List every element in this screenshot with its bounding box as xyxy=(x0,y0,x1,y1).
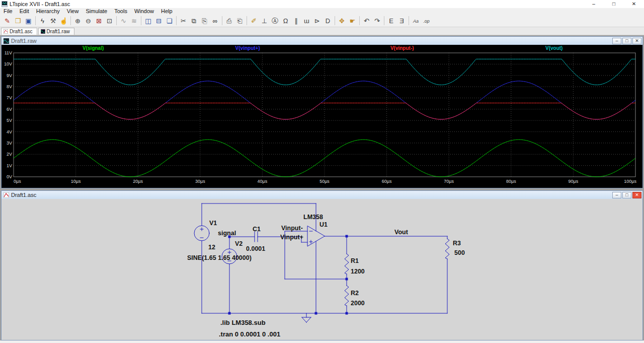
app-minimize-button[interactable]: – xyxy=(584,0,604,8)
resistor-icon[interactable]: Ω xyxy=(280,16,291,26)
v1-value-label[interactable]: 12 xyxy=(208,244,215,251)
y-axis-tick: 2V xyxy=(7,152,12,157)
r3-resistor[interactable] xyxy=(445,239,449,259)
schem-restore-button[interactable]: □ xyxy=(622,192,631,198)
menu-tools[interactable]: Tools xyxy=(111,8,131,15)
app-titlebar[interactable]: LTspice XVII - Draft1.asc – □ ✕ xyxy=(0,0,644,8)
net-label-vout[interactable]: Vout xyxy=(394,229,409,236)
trace-V(vout)[interactable] xyxy=(14,59,635,85)
save-icon[interactable]: ▣ xyxy=(23,16,34,26)
ground-icon[interactable]: ⊥ xyxy=(259,16,270,26)
net-label-signal[interactable]: signal xyxy=(218,230,236,237)
print-preview-icon[interactable]: ⎗ xyxy=(234,16,245,26)
zoom-in-icon[interactable]: ⊕ xyxy=(72,16,83,26)
undo-icon[interactable]: ↶ xyxy=(361,16,372,26)
waveform-window-titlebar[interactable]: Draft1.raw – □ ✕ xyxy=(2,37,642,45)
y-axis-tick: 11V xyxy=(5,50,12,55)
wave-restore-button[interactable]: □ xyxy=(622,38,631,44)
tile-vertical-icon[interactable]: ◫ xyxy=(143,16,153,26)
run-icon[interactable]: ϟ xyxy=(37,16,48,26)
open-icon[interactable]: ❒ xyxy=(13,16,23,26)
find-icon[interactable]: ∞ xyxy=(210,16,220,26)
v2-ref-label[interactable]: V2 xyxy=(235,240,243,247)
r2-ref-label[interactable]: R2 xyxy=(351,290,359,297)
menu-file[interactable]: File xyxy=(0,8,16,15)
plot-settings-icon[interactable]: ≋ xyxy=(129,16,139,26)
move-icon[interactable]: ✥ xyxy=(337,16,347,26)
r2-value-label[interactable]: 2000 xyxy=(351,300,365,307)
text-icon[interactable]: Aa xyxy=(411,16,421,26)
waveform-plot-pane[interactable]: V(signal)V(vinput+)V(vinput-)V(vout) 11V… xyxy=(2,45,642,188)
x-axis-tick: 50µs xyxy=(319,179,330,184)
cut-icon[interactable]: ✂ xyxy=(178,16,189,26)
wire-icon[interactable]: ✐ xyxy=(249,16,259,26)
c1-ref-label[interactable]: C1 xyxy=(253,226,261,233)
diode-icon[interactable]: ⊳ xyxy=(312,16,323,26)
waveform-plot[interactable]: 11V10V9V8V7V6V5V4V3V2V1V0V0µs10µs20µs30µ… xyxy=(2,45,642,188)
print-icon[interactable]: ⎙ xyxy=(224,16,234,26)
tab-draft1-asc[interactable]: Draft1.asc xyxy=(1,28,37,35)
schem-close-button[interactable]: ✕ xyxy=(632,192,641,198)
component-icon[interactable]: D xyxy=(323,16,333,26)
c1-value-label[interactable]: 0.0001 xyxy=(246,245,265,252)
wave-minimize-button[interactable]: – xyxy=(612,38,621,44)
spice-directive-icon[interactable]: .op xyxy=(421,16,432,26)
menu-simulate[interactable]: Simulate xyxy=(82,8,111,15)
zoom-full-icon[interactable]: ⊡ xyxy=(104,16,115,26)
copy-icon[interactable]: ⧉ xyxy=(189,16,199,26)
r3-value-label[interactable]: 500 xyxy=(454,249,465,256)
redo-icon[interactable]: ↷ xyxy=(372,16,382,26)
r2-resistor[interactable] xyxy=(345,286,349,306)
inductor-icon[interactable]: ɯ xyxy=(301,16,312,26)
schematic-window-title: Draft1.asc xyxy=(11,192,36,198)
toolbar-separator xyxy=(409,16,409,25)
new-schematic-icon[interactable]: ✎ xyxy=(2,16,13,26)
schem-minimize-button[interactable]: – xyxy=(612,192,621,198)
net-label-vinput-minus[interactable]: Vinput- xyxy=(281,225,303,232)
paste-icon[interactable]: ⎘ xyxy=(199,16,210,26)
r3-ref-label[interactable]: R3 xyxy=(453,240,461,247)
r1-resistor[interactable] xyxy=(345,254,349,274)
schematic-drawing[interactable]: V1 12 V2 SINE(1.65 1.65 40000) signal C1 xyxy=(2,199,642,340)
pan-icon[interactable]: ☝ xyxy=(58,16,69,26)
tab-draft1-raw[interactable]: Draft1.raw xyxy=(38,28,74,35)
bottom-strip xyxy=(0,340,644,343)
app-maximize-button[interactable]: □ xyxy=(604,0,624,8)
spice-directive-lib[interactable]: .lib LM358.sub xyxy=(220,319,266,326)
menu-window[interactable]: Window xyxy=(131,8,157,15)
c1-capacitor[interactable] xyxy=(255,232,258,242)
v1-ref-label[interactable]: V1 xyxy=(209,220,217,227)
waveform-tab-icon xyxy=(41,29,45,34)
x-axis-tick: 30µs xyxy=(195,179,205,184)
cascade-icon[interactable]: ❏ xyxy=(164,16,175,26)
schematic-canvas[interactable]: V1 12 V2 SINE(1.65 1.65 40000) signal C1 xyxy=(2,199,642,340)
ltspice-logo-icon xyxy=(2,1,8,7)
u1-ref-label[interactable]: U1 xyxy=(319,221,328,228)
ground-symbol[interactable] xyxy=(302,313,311,322)
r1-ref-label[interactable]: R1 xyxy=(351,257,359,264)
app-close-button[interactable]: ✕ xyxy=(624,0,644,8)
control-panel-icon[interactable]: ⚒ xyxy=(48,16,58,26)
schematic-window-titlebar[interactable]: Draft1.asc – □ ✕ xyxy=(2,191,642,199)
v2-value-label[interactable]: SINE(1.65 1.65 40000) xyxy=(187,254,252,261)
v1-voltage-source[interactable] xyxy=(194,226,209,241)
menu-edit[interactable]: Edit xyxy=(16,8,33,15)
rotate-icon[interactable]: E xyxy=(386,16,396,26)
label-net-icon[interactable]: Ⓐ xyxy=(270,16,280,26)
menu-help[interactable]: Help xyxy=(157,8,176,15)
mirror-icon[interactable]: Ǝ xyxy=(396,16,407,26)
capacitor-icon[interactable]: ∥ xyxy=(291,16,301,26)
drag-icon[interactable]: ☛ xyxy=(347,16,358,26)
autorange-icon[interactable]: ∿ xyxy=(118,16,129,26)
r1-value-label[interactable]: 1200 xyxy=(351,268,365,275)
zoom-back-icon[interactable]: ⊖ xyxy=(83,16,94,26)
menu-view[interactable]: View xyxy=(63,8,83,15)
zoom-out-icon[interactable]: ⊠ xyxy=(94,16,104,26)
u1-part-label[interactable]: LM358 xyxy=(303,214,323,221)
net-label-vinput-plus[interactable]: Vinput+ xyxy=(280,234,303,241)
trace-V(signal)[interactable] xyxy=(14,140,635,177)
wave-close-button[interactable]: ✕ xyxy=(632,38,641,44)
spice-directive-tran[interactable]: .tran 0 0.0001 0 .001 xyxy=(219,330,280,338)
tile-horizontal-icon[interactable]: ⊟ xyxy=(153,16,164,26)
menu-hierarchy[interactable]: Hierarchy xyxy=(33,8,63,15)
